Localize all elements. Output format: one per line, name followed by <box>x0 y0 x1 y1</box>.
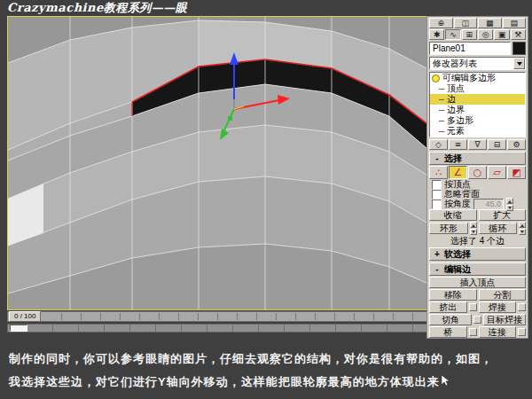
collapse-icon: - <box>434 264 441 274</box>
stack-tools-row: ◇ ≡ ∇ ⊟ ⚙ <box>429 139 526 150</box>
connect-button[interactable]: 连接 <box>479 326 517 338</box>
weld-settings-button[interactable] <box>518 303 526 311</box>
object-name-row: Plane01 <box>429 42 526 55</box>
command-panel: ⊕ ◫ ▦ ▤ ✱ ∿ ⊞ ◎ ▣ ⚒ Plane01 修改器列表 可编辑多边形… <box>426 16 528 339</box>
rollout-selection[interactable]: - 选择 <box>429 152 526 165</box>
checkbox-icon[interactable] <box>432 200 442 209</box>
tree-line <box>439 89 444 90</box>
time-slider[interactable]: 0 / 100 <box>7 311 427 322</box>
time-slider-handle[interactable]: 0 / 100 <box>9 311 41 322</box>
make-unique-icon[interactable]: ∇ <box>468 139 487 150</box>
caption-line-1: 制作的同时，你可以参考眼睛的图片，仔细去观察它的结构，对你是很有帮助的，如图， <box>9 348 528 371</box>
tree-line <box>439 99 444 100</box>
stack-item-element[interactable]: 元素 <box>430 126 525 137</box>
insert-vertex-button[interactable]: 插入顶点 <box>429 277 526 288</box>
frame-field[interactable] <box>10 325 27 332</box>
connect-settings-button[interactable] <box>518 328 526 336</box>
shrink-button[interactable]: 收缩 <box>429 209 477 221</box>
motion-tab[interactable]: ◎ <box>478 29 493 40</box>
perspective-viewport[interactable] <box>7 16 427 310</box>
track-bar[interactable] <box>7 324 427 332</box>
display-tab[interactable]: ▣ <box>494 29 509 40</box>
mouse-cursor-icon <box>442 371 450 394</box>
stack-item-polygon[interactable]: 多边形 <box>430 115 525 126</box>
angle-value-field[interactable]: 45.0 <box>473 199 504 210</box>
loop-spinner[interactable] <box>519 222 526 235</box>
layers-icon[interactable]: ▤ <box>503 18 527 28</box>
ring-spinner[interactable] <box>470 222 477 235</box>
modifier-stack: 可编辑多边形 顶点 边 边界 多边形 元素 <box>429 72 526 137</box>
checkbox-icon[interactable] <box>432 190 442 200</box>
create-tab[interactable]: ✱ <box>429 29 444 40</box>
remove-button[interactable]: 移除 <box>429 289 477 301</box>
object-name-field[interactable]: Plane01 <box>429 42 511 55</box>
stack-item-vertex[interactable]: 顶点 <box>430 83 525 94</box>
region-icon[interactable]: ◫ <box>454 18 478 28</box>
stack-item-edge[interactable]: 边 <box>430 94 525 105</box>
modifier-list-dropdown[interactable]: 修改器列表 <box>429 57 526 70</box>
caption-text: 制作的同时，你可以参考眼睛的图片，仔细去观察它的结构，对你是很有帮助的，如图， … <box>9 348 528 394</box>
track-bar-ruler <box>27 325 426 332</box>
extrude-settings-button[interactable] <box>469 303 477 311</box>
configure-icon[interactable]: ⚙ <box>507 139 526 150</box>
zoom-icon[interactable]: ⊕ <box>429 18 453 28</box>
pin-stack-icon[interactable]: ◇ <box>429 139 448 150</box>
target-weld-button[interactable]: 目标焊接 <box>483 314 526 325</box>
bridge-settings-button[interactable] <box>469 328 477 336</box>
chevron-down-icon[interactable] <box>513 58 525 69</box>
by-angle-checkbox[interactable]: 按角度 45.0 <box>432 200 523 208</box>
angle-spinner[interactable] <box>506 198 513 211</box>
time-slider-track[interactable] <box>43 313 425 320</box>
tree-line <box>439 110 444 111</box>
vertex-mode-icon[interactable]: ∴ <box>429 166 448 179</box>
polygon-mode-icon[interactable]: ▱ <box>488 166 506 179</box>
remove-modifier-icon[interactable]: ⊟ <box>488 139 506 150</box>
caption-line-2: 我选择这些边，对它们进行Y轴向外移动，这样能把眼轮廓最高的地方体现出来 <box>9 371 528 394</box>
toolbar-icon-row: ⊕ ◫ ▦ ▤ <box>429 18 526 28</box>
page-title: Crazymachine教程系列——眼 <box>7 0 187 14</box>
chamfer-settings-button[interactable] <box>473 316 481 324</box>
ring-button[interactable]: 环形 <box>429 223 468 234</box>
bridge-button[interactable]: 桥 <box>429 326 467 338</box>
rollout-soft-selection[interactable]: + 软选择 <box>429 247 526 261</box>
utilities-tab[interactable]: ⚒ <box>511 29 526 40</box>
rollout-edit-edges[interactable]: - 编辑边 <box>429 262 526 276</box>
subobject-mode-row: ∴ ∠ ○ ▱ ◩ <box>429 166 526 179</box>
split-button[interactable]: 分割 <box>479 289 527 301</box>
element-mode-icon[interactable]: ◩ <box>507 166 526 179</box>
object-color-swatch[interactable] <box>512 42 526 55</box>
tree-line <box>439 121 444 121</box>
stack-item-editable-poly[interactable]: 可编辑多边形 <box>430 73 525 83</box>
selection-status: 选择了 4 个边 <box>427 236 528 246</box>
tutorial-screenshot: { "title": "Crazymachine教程系列——眼", "timel… <box>0 0 532 399</box>
weld-button[interactable]: 焊接 <box>479 301 517 313</box>
hierarchy-tab[interactable]: ⊞ <box>462 29 477 40</box>
show-end-result-icon[interactable]: ≡ <box>449 139 467 150</box>
checkbox-icon[interactable] <box>432 180 442 190</box>
border-mode-icon[interactable]: ○ <box>468 166 487 179</box>
grid-icon[interactable]: ▦ <box>478 18 502 28</box>
command-panel-tabs: ✱ ∿ ⊞ ◎ ▣ ⚒ <box>429 29 526 40</box>
expand-icon: + <box>434 249 441 259</box>
stack-item-border[interactable]: 边界 <box>430 105 525 115</box>
tree-line <box>439 131 444 132</box>
extrude-button[interactable]: 挤出 <box>429 301 467 313</box>
object-bulb-icon <box>432 74 440 82</box>
chamfer-button[interactable]: 切角 <box>429 314 472 325</box>
edge-mode-icon[interactable]: ∠ <box>449 166 467 179</box>
collapse-icon: - <box>434 153 441 163</box>
mesh-canvas <box>8 17 426 309</box>
loop-button[interactable]: 循环 <box>479 223 518 234</box>
grow-button[interactable]: 扩大 <box>479 209 527 221</box>
modify-tab[interactable]: ∿ <box>445 29 460 40</box>
